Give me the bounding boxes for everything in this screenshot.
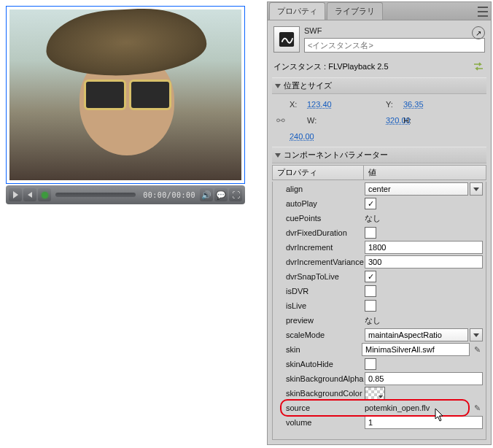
param-name-isDVR: isDVR	[286, 285, 365, 297]
param-value-dvrIncrementVariance[interactable]	[365, 255, 486, 269]
section-position-size[interactable]: 位置とサイズ	[272, 77, 486, 94]
constrain-proportions-button[interactable]: ⚯	[276, 115, 307, 126]
param-value-scaleMode[interactable]: maintainAspectRatio	[365, 328, 486, 341]
section-component-parameters[interactable]: コンポーネントパラメーター	[272, 147, 486, 163]
checkbox-dvrFixedDuration[interactable]	[365, 227, 376, 239]
h-label: H:	[403, 116, 482, 125]
param-name-isLive: isLive	[286, 300, 365, 312]
video-preview-wrapper: 00:00/00:00 🔊 💬 ⛶	[6, 6, 246, 210]
section-title-params: コンポーネントパラメーター	[284, 150, 388, 161]
colorwell-skinBackgroundColor[interactable]	[365, 387, 385, 400]
param-value-align[interactable]: center	[365, 182, 486, 196]
param-value-dvrSnapToLive[interactable]: ✓	[365, 271, 486, 282]
tab-properties[interactable]: プロパティ	[269, 2, 325, 20]
param-row-align: aligncenter	[273, 182, 486, 196]
prev-button[interactable]	[23, 188, 36, 201]
param-value-autoPlay[interactable]: ✓	[365, 198, 486, 209]
param-name-skin: skin	[286, 344, 362, 355]
record-button[interactable]	[38, 188, 51, 201]
edit-symbol-button[interactable]: ↗	[472, 26, 485, 39]
param-value-skinBackgroundAlpha[interactable]	[365, 372, 486, 385]
x-value[interactable]: 123.40	[307, 100, 386, 109]
param-name-source: source	[286, 402, 365, 414]
param-value-skin[interactable]: ✎	[362, 343, 486, 356]
param-value-skinAutoHide[interactable]	[365, 358, 486, 370]
param-row-dvrIncrementVariance: dvrIncrementVariance	[273, 255, 486, 269]
param-value-dvrFixedDuration[interactable]	[365, 227, 486, 239]
panel-menu-button[interactable]	[475, 5, 488, 18]
progress-bar[interactable]	[55, 193, 136, 197]
chevron-down-icon	[473, 333, 479, 337]
checkbox-autoPlay[interactable]: ✓	[365, 198, 376, 209]
checkbox-skinAutoHide[interactable]	[365, 358, 376, 370]
param-row-dvrFixedDuration: dvrFixedDuration	[273, 225, 486, 240]
param-name-volume: volume	[286, 417, 365, 428]
param-value-isLive[interactable]	[365, 300, 486, 312]
combo-arrow-scaleMode[interactable]	[470, 328, 483, 341]
param-name-dvrFixedDuration: dvrFixedDuration	[286, 227, 365, 239]
w-value[interactable]: 320.00	[386, 116, 403, 125]
volume-button[interactable]: 🔊	[200, 188, 213, 201]
param-value-dvrIncrement[interactable]	[365, 241, 486, 254]
video-stage[interactable]	[6, 6, 245, 184]
pencil-icon[interactable]: ✎	[471, 344, 483, 355]
instance-name-input[interactable]	[304, 38, 485, 53]
param-row-isLive: isLive	[273, 298, 486, 313]
param-row-scaleMode: scaleModemaintainAspectRatio	[273, 328, 486, 342]
param-row-source: source✎potemkin_open.flv	[273, 401, 486, 415]
fullscreen-icon: ⛶	[232, 190, 240, 199]
caption-icon: 💬	[216, 190, 226, 200]
param-row-dvrIncrement: dvrIncrement	[273, 240, 486, 255]
text-source[interactable]: potemkin_open.flv	[365, 403, 430, 412]
panel-body: ↗ SWF インスタンス : FLVPlayback 2.5 位置とサイズ X:…	[268, 20, 491, 444]
param-name-cuePoints: cuePoints	[286, 212, 365, 224]
video-frame	[9, 9, 241, 180]
panel-tabstrip: プロパティ ライブラリ	[268, 2, 491, 20]
fullscreen-button[interactable]: ⛶	[229, 188, 242, 201]
combo-align[interactable]: center	[365, 182, 468, 196]
play-icon	[13, 191, 18, 198]
param-value-source[interactable]: potemkin_open.flv	[365, 403, 486, 412]
param-value-volume[interactable]	[365, 416, 486, 429]
tab-library[interactable]: ライブラリ	[327, 2, 383, 20]
timecode: 00:00/00:00	[140, 191, 198, 199]
param-row-volume: volume	[273, 415, 486, 430]
field-skinBackgroundAlpha[interactable]	[365, 372, 483, 385]
checkbox-isDVR[interactable]	[365, 285, 376, 297]
param-value-isDVR[interactable]	[365, 285, 486, 297]
combo-arrow-align[interactable]	[470, 182, 483, 196]
param-row-autoPlay: autoPlay✓	[273, 196, 486, 211]
param-value-cuePoints[interactable]: なし	[365, 213, 486, 224]
play-button[interactable]	[9, 188, 22, 201]
parameter-list[interactable]: aligncenterautoPlay✓cuePointsなしdvrFixedD…	[272, 182, 486, 440]
checkbox-isLive[interactable]	[365, 300, 376, 312]
y-label: Y:	[386, 100, 403, 109]
y-value[interactable]: 36.35	[403, 100, 482, 109]
record-icon	[42, 192, 48, 198]
field-skin[interactable]	[362, 343, 470, 356]
checkbox-dvrSnapToLive[interactable]: ✓	[365, 271, 376, 282]
pencil-icon[interactable]: ✎	[471, 402, 483, 414]
instance-header: ↗ SWF	[272, 23, 486, 55]
param-name-skinBackgroundAlpha: skinBackgroundAlpha	[286, 373, 365, 385]
param-value-preview[interactable]: なし	[365, 315, 486, 326]
text-cuePoints: なし	[365, 213, 381, 224]
field-dvrIncrement[interactable]	[365, 241, 483, 254]
param-row-skinAutoHide: skinAutoHide	[273, 357, 486, 371]
swap-symbol-button[interactable]	[472, 60, 485, 73]
parameter-header: プロパティ 値	[272, 165, 486, 180]
h-value[interactable]: 240.00	[290, 132, 307, 141]
caption-button[interactable]: 💬	[214, 188, 228, 201]
component-type-icon[interactable]	[273, 26, 300, 53]
param-value-skinBackgroundColor[interactable]	[365, 387, 486, 400]
param-name-align: align	[286, 183, 365, 195]
field-dvrIncrementVariance[interactable]	[365, 255, 483, 269]
field-volume[interactable]	[365, 416, 483, 429]
combo-scaleMode[interactable]: maintainAspectRatio	[365, 328, 468, 341]
param-name-autoPlay: autoPlay	[286, 198, 365, 209]
position-size-grid: X: 123.40 Y: 36.35 ⚯ W: 320.00 H: 240.00	[272, 96, 486, 145]
param-header-value: 値	[364, 166, 486, 179]
param-row-preview: previewなし	[273, 313, 486, 328]
param-name-scaleMode: scaleMode	[286, 329, 365, 341]
twirl-down-icon	[275, 84, 281, 88]
